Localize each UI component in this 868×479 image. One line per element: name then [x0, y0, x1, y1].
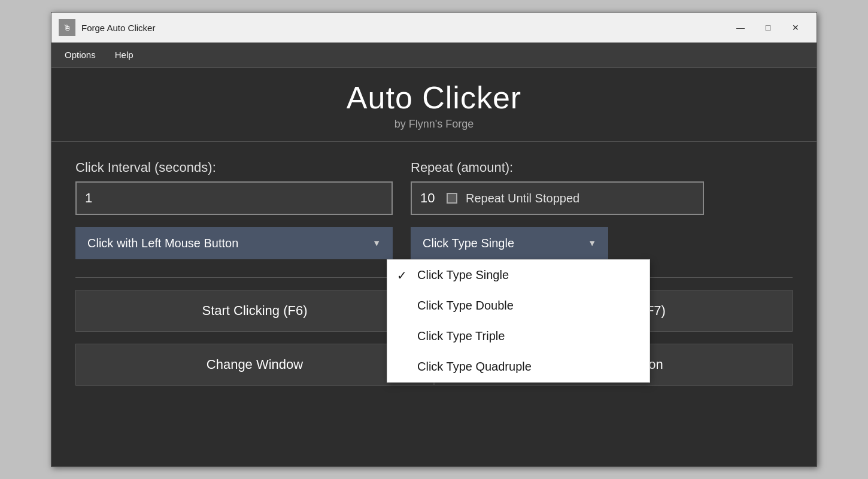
window-controls: — □ ✕: [727, 18, 809, 37]
repeat-value: 10: [420, 190, 438, 206]
click-type-arrow: ▼: [588, 238, 596, 248]
menu-options[interactable]: Options: [56, 46, 104, 63]
title-bar-left: 🖱 Forge Auto Clicker: [59, 19, 155, 36]
repeat-group: Repeat (amount): 10 Repeat Until Stopped: [411, 160, 704, 215]
mouse-button-arrow: ▼: [372, 238, 381, 248]
click-type-label: Click Type Single: [423, 237, 514, 250]
menu-help[interactable]: Help: [107, 46, 142, 63]
repeat-until-label: Repeat Until Stopped: [466, 192, 579, 205]
title-bar: 🖱 Forge Auto Clicker — □ ✕: [51, 13, 817, 43]
app-subtitle: by Flynn's Forge: [51, 118, 817, 131]
main-window: 🖱 Forge Auto Clicker — □ ✕ Options Help …: [51, 12, 817, 467]
interval-group: Click Interval (seconds):: [75, 160, 393, 215]
click-type-dropdown-menu: Click Type Single Click Type Double Clic…: [387, 259, 650, 383]
option-triple[interactable]: Click Type Triple: [387, 321, 650, 351]
app-icon: 🖱: [59, 19, 75, 36]
interval-label: Click Interval (seconds):: [75, 160, 393, 175]
main-content: Click Interval (seconds): Repeat (amount…: [51, 142, 817, 466]
change-window-button[interactable]: Change Window: [75, 344, 434, 386]
option-single[interactable]: Click Type Single: [387, 260, 650, 290]
start-clicking-button[interactable]: Start Clicking (F6): [75, 290, 434, 332]
repeat-container: 10 Repeat Until Stopped: [411, 181, 704, 215]
repeat-label: Repeat (amount):: [411, 160, 704, 175]
app-title: Auto Clicker: [51, 80, 817, 116]
mouse-button-label: Click with Left Mouse Button: [87, 237, 238, 250]
dropdown-row: Click with Left Mouse Button ▼ Click Typ…: [75, 227, 793, 259]
minimize-button[interactable]: —: [727, 18, 754, 37]
repeat-until-stopped-checkbox[interactable]: [447, 193, 457, 204]
app-header: Auto Clicker by Flynn's Forge: [51, 68, 817, 142]
menu-bar: Options Help: [51, 43, 817, 68]
option-double[interactable]: Click Type Double: [387, 290, 650, 321]
window-title: Forge Auto Clicker: [81, 23, 155, 33]
mouse-button-dropdown[interactable]: Click with Left Mouse Button ▼: [75, 227, 393, 259]
close-button[interactable]: ✕: [782, 18, 809, 37]
interval-input[interactable]: [75, 181, 393, 215]
option-quadruple[interactable]: Click Type Quadruple: [387, 351, 650, 382]
click-type-dropdown[interactable]: Click Type Single ▼: [411, 227, 608, 259]
maximize-button[interactable]: □: [754, 18, 782, 37]
labels-row: Click Interval (seconds): Repeat (amount…: [75, 160, 793, 215]
